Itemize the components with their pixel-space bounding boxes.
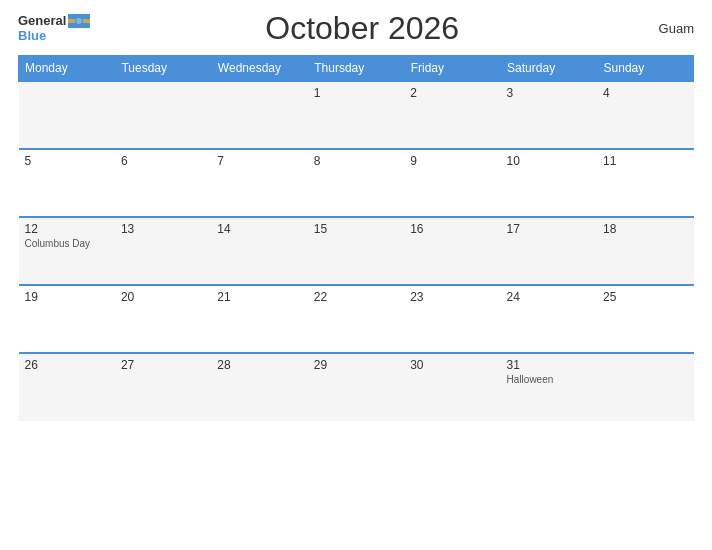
header-wednesday: Wednesday bbox=[211, 56, 307, 82]
day-number: 19 bbox=[25, 290, 109, 304]
header-monday: Monday bbox=[19, 56, 115, 82]
calendar-day-cell: 14 bbox=[211, 217, 307, 285]
logo-general-text: General bbox=[18, 14, 66, 28]
day-event: Columbus Day bbox=[25, 238, 109, 249]
svg-point-3 bbox=[76, 18, 82, 24]
day-number: 28 bbox=[217, 358, 301, 372]
day-number: 21 bbox=[217, 290, 301, 304]
day-event: Halloween bbox=[507, 374, 591, 385]
day-number: 17 bbox=[507, 222, 591, 236]
calendar-day-cell: 26 bbox=[19, 353, 115, 421]
logo: General Blue bbox=[18, 14, 90, 43]
day-number: 13 bbox=[121, 222, 205, 236]
day-number: 9 bbox=[410, 154, 494, 168]
calendar-day-cell: 28 bbox=[211, 353, 307, 421]
calendar-day-cell: 5 bbox=[19, 149, 115, 217]
day-number: 1 bbox=[314, 86, 398, 100]
day-number: 11 bbox=[603, 154, 687, 168]
day-number: 18 bbox=[603, 222, 687, 236]
calendar-day-cell bbox=[115, 81, 211, 149]
calendar-day-cell: 6 bbox=[115, 149, 211, 217]
calendar-day-cell: 24 bbox=[501, 285, 597, 353]
calendar-week-row: 567891011 bbox=[19, 149, 694, 217]
calendar-day-cell: 22 bbox=[308, 285, 404, 353]
calendar-day-cell: 7 bbox=[211, 149, 307, 217]
calendar-page: General Blue October 2026 Guam Monday Tu… bbox=[0, 0, 712, 550]
calendar-day-cell: 13 bbox=[115, 217, 211, 285]
calendar-day-cell: 27 bbox=[115, 353, 211, 421]
calendar-day-cell: 29 bbox=[308, 353, 404, 421]
header-thursday: Thursday bbox=[308, 56, 404, 82]
day-number: 14 bbox=[217, 222, 301, 236]
calendar-day-cell: 2 bbox=[404, 81, 500, 149]
calendar-day-cell: 15 bbox=[308, 217, 404, 285]
logo-flag-icon bbox=[68, 14, 90, 28]
calendar-day-cell: 25 bbox=[597, 285, 693, 353]
header-tuesday: Tuesday bbox=[115, 56, 211, 82]
calendar-day-cell bbox=[19, 81, 115, 149]
header-saturday: Saturday bbox=[501, 56, 597, 82]
calendar-day-cell: 12Columbus Day bbox=[19, 217, 115, 285]
calendar-day-cell: 18 bbox=[597, 217, 693, 285]
day-number: 30 bbox=[410, 358, 494, 372]
calendar-day-cell: 23 bbox=[404, 285, 500, 353]
day-number: 27 bbox=[121, 358, 205, 372]
day-number: 16 bbox=[410, 222, 494, 236]
calendar-day-cell: 20 bbox=[115, 285, 211, 353]
day-number: 6 bbox=[121, 154, 205, 168]
calendar-week-row: 19202122232425 bbox=[19, 285, 694, 353]
calendar-day-cell: 21 bbox=[211, 285, 307, 353]
day-number: 10 bbox=[507, 154, 591, 168]
calendar-title: October 2026 bbox=[90, 10, 634, 47]
calendar-day-cell: 30 bbox=[404, 353, 500, 421]
day-number: 25 bbox=[603, 290, 687, 304]
calendar-week-row: 1234 bbox=[19, 81, 694, 149]
day-number: 2 bbox=[410, 86, 494, 100]
calendar-day-cell: 31Halloween bbox=[501, 353, 597, 421]
day-number: 20 bbox=[121, 290, 205, 304]
calendar-day-cell bbox=[211, 81, 307, 149]
day-number: 8 bbox=[314, 154, 398, 168]
region-label: Guam bbox=[634, 21, 694, 36]
day-number: 7 bbox=[217, 154, 301, 168]
calendar-day-cell bbox=[597, 353, 693, 421]
header-sunday: Sunday bbox=[597, 56, 693, 82]
day-number: 31 bbox=[507, 358, 591, 372]
calendar-day-cell: 19 bbox=[19, 285, 115, 353]
day-number: 5 bbox=[25, 154, 109, 168]
day-number: 12 bbox=[25, 222, 109, 236]
calendar-day-cell: 8 bbox=[308, 149, 404, 217]
calendar-day-cell: 9 bbox=[404, 149, 500, 217]
calendar-week-row: 12Columbus Day131415161718 bbox=[19, 217, 694, 285]
day-number: 29 bbox=[314, 358, 398, 372]
day-number: 3 bbox=[507, 86, 591, 100]
calendar-table: Monday Tuesday Wednesday Thursday Friday… bbox=[18, 55, 694, 421]
day-number: 23 bbox=[410, 290, 494, 304]
calendar-day-cell: 16 bbox=[404, 217, 500, 285]
weekday-header-row: Monday Tuesday Wednesday Thursday Friday… bbox=[19, 56, 694, 82]
calendar-day-cell: 10 bbox=[501, 149, 597, 217]
calendar-day-cell: 1 bbox=[308, 81, 404, 149]
day-number: 26 bbox=[25, 358, 109, 372]
day-number: 4 bbox=[603, 86, 687, 100]
header: General Blue October 2026 Guam bbox=[18, 10, 694, 47]
day-number: 24 bbox=[507, 290, 591, 304]
day-number: 22 bbox=[314, 290, 398, 304]
logo-blue-text: Blue bbox=[18, 29, 46, 43]
calendar-week-row: 262728293031Halloween bbox=[19, 353, 694, 421]
day-number: 15 bbox=[314, 222, 398, 236]
header-friday: Friday bbox=[404, 56, 500, 82]
calendar-day-cell: 3 bbox=[501, 81, 597, 149]
calendar-day-cell: 11 bbox=[597, 149, 693, 217]
calendar-day-cell: 4 bbox=[597, 81, 693, 149]
calendar-day-cell: 17 bbox=[501, 217, 597, 285]
